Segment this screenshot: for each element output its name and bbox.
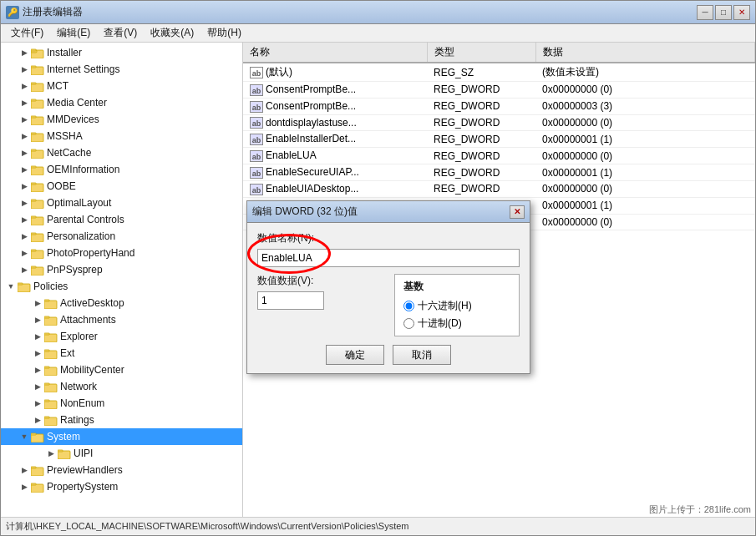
value-name: ConsentPromptBe...	[266, 100, 356, 112]
tree-item-previewhandlers[interactable]: ▶ PreviewHandlers	[1, 462, 242, 478]
tree-item-system[interactable]: ▼ System	[1, 428, 242, 445]
tree-panel[interactable]: ▶ Installer ▶ Internet Settings ▶	[1, 43, 243, 517]
menu-favorites[interactable]: 收藏夹(A)	[144, 24, 200, 42]
col-header-type[interactable]: 类型	[427, 43, 535, 63]
radio-hex-input[interactable]	[403, 301, 414, 311]
table-row[interactable]: abConsentPromptBe...REG_DWORD0x00000000 …	[243, 82, 755, 99]
tree-item-activedesktop[interactable]: ▶ ActiveDesktop	[1, 295, 242, 311]
value-name: EnableUIADesktop...	[266, 183, 358, 195]
menu-edit[interactable]: 编辑(E)	[50, 24, 97, 42]
tree-item-mssha[interactable]: ▶ MSSHA	[1, 128, 242, 144]
dword-icon: ab	[250, 134, 263, 145]
tree-item-nonenum[interactable]: ▶ NonEnum	[1, 395, 242, 412]
expand-icon: ▼	[4, 280, 18, 293]
tree-item-mct[interactable]: ▶ MCT	[1, 78, 242, 94]
col-header-data[interactable]: 数据	[535, 43, 755, 63]
close-button[interactable]: ✕	[733, 5, 750, 20]
svg-rect-53	[31, 484, 43, 493]
svg-rect-20	[31, 200, 36, 201]
tree-item-installer[interactable]: ▶ Installer	[1, 44, 242, 61]
folder-icon	[31, 148, 44, 159]
tree-label: Internet Settings	[47, 63, 119, 75]
expand-icon: ▶	[18, 480, 31, 493]
svg-rect-9	[31, 117, 43, 125]
table-row[interactable]: ab(默认)REG_SZ(数值未设置)	[243, 63, 755, 82]
dialog-name-input[interactable]	[257, 249, 520, 267]
menu-file[interactable]: 文件(F)	[4, 24, 50, 42]
maximize-button[interactable]: □	[715, 5, 732, 20]
dword-icon: ab	[250, 167, 263, 179]
tree-item-parental-controls[interactable]: ▶ Parental Controls	[1, 211, 242, 228]
table-row[interactable]: abEnableLUAREG_DWORD0x00000000 (0)	[243, 148, 755, 164]
minimize-button[interactable]: ─	[697, 5, 713, 20]
cell-data: 0x00000000 (0)	[535, 180, 755, 197]
tree-item-ext[interactable]: ▶ Ext	[1, 345, 242, 362]
folder-icon-open	[31, 432, 44, 442]
radio-dec-label: 十进制(D)	[418, 316, 462, 331]
table-row[interactable]: abConsentPromptBe...REG_DWORD0x00000003 …	[243, 98, 755, 114]
tree-item-optimallayout[interactable]: ▶ OptimalLayout	[1, 195, 242, 211]
svg-rect-14	[31, 149, 36, 151]
radio-hex[interactable]: 十六进制(H)	[403, 299, 510, 313]
col-header-name[interactable]: 名称	[243, 43, 427, 63]
expand-icon: ▶	[18, 196, 31, 210]
expand-icon: ▶	[18, 79, 31, 93]
tree-item-oeминformation[interactable]: ▶ OEMInformation	[1, 161, 242, 178]
svg-rect-21	[31, 217, 43, 225]
radio-dec[interactable]: 十进制(D)	[403, 316, 510, 331]
value-name: EnableInstallerDet...	[266, 133, 356, 144]
svg-rect-46	[44, 417, 49, 418]
tree-item-personalization[interactable]: ▶ Personalization	[1, 228, 242, 245]
tree-label: NonEnum	[60, 397, 104, 409]
tree-item-media-center[interactable]: ▶ Media Center	[1, 94, 242, 111]
dword-icon: ab	[250, 101, 263, 113]
tree-item-propertysystem[interactable]: ▶ PropertySystem	[1, 478, 242, 495]
value-name: (默认)	[266, 66, 292, 78]
dialog-base-title: 基数	[403, 280, 510, 294]
svg-rect-54	[31, 483, 36, 485]
tree-label: UIPI	[74, 448, 93, 459]
tree-item-network[interactable]: ▶ Network	[1, 378, 242, 395]
status-bar: 计算机\HKEY_LOCAL_MACHINE\SOFTWARE\Microsof…	[1, 517, 755, 535]
cancel-button[interactable]: 取消	[393, 345, 451, 365]
cell-data: 0x00000001 (1)	[535, 164, 755, 181]
cell-type: REG_DWORD	[427, 131, 535, 148]
svg-rect-48	[31, 433, 36, 435]
tree-item-oobe[interactable]: ▶ OOBE	[1, 178, 242, 195]
tree-item-mobilitycenter[interactable]: ▶ MobilityCenter	[1, 362, 242, 378]
table-row[interactable]: abEnableInstallerDet...REG_DWORD0x000000…	[243, 131, 755, 148]
radio-dec-input[interactable]	[403, 318, 414, 329]
tree-item-ratings[interactable]: ▶ Ratings	[1, 412, 242, 428]
tree-item-uipi[interactable]: ▶ UIPI	[1, 445, 242, 462]
table-row[interactable]: abEnableUIADesktop...REG_DWORD0x00000000…	[243, 180, 755, 197]
ok-button[interactable]: 确定	[326, 345, 384, 365]
dialog-close-button[interactable]: ✕	[510, 205, 525, 219]
tree-item-explorer[interactable]: ▶ Explorer	[1, 328, 242, 345]
tree-label: Network	[60, 381, 97, 392]
table-row[interactable]: abEnableSecureUIAP...REG_DWORD0x00000001…	[243, 164, 755, 181]
tree-item-internet-settings[interactable]: ▶ Internet Settings	[1, 61, 242, 78]
tree-item-pnpsysprep[interactable]: ▶ PnPSysprep	[1, 261, 242, 278]
svg-rect-5	[31, 83, 43, 92]
svg-rect-41	[44, 384, 57, 392]
tree-item-policies[interactable]: ▼ Policies	[1, 278, 242, 295]
dword-dialog[interactable]: 编辑 DWORD (32 位)值 ✕ 数值名称(N): 数值数据(V): 基数 …	[246, 200, 530, 374]
svg-rect-24	[31, 233, 36, 235]
tree-label: PnPSysprep	[47, 264, 103, 276]
svg-rect-11	[31, 134, 43, 142]
expand-icon: ▶	[31, 346, 44, 360]
table-row[interactable]: abdontdisplaylastuse...REG_DWORD0x000000…	[243, 114, 755, 131]
menu-view[interactable]: 查看(V)	[97, 24, 144, 42]
cell-name: abEnableLUA	[243, 148, 427, 164]
tree-item-attachments[interactable]: ▶ Attachments	[1, 311, 242, 328]
menu-help[interactable]: 帮助(H)	[200, 24, 248, 42]
dialog-data-input[interactable]	[257, 291, 324, 310]
cell-type: REG_DWORD	[427, 164, 535, 181]
tree-item-mmdevices[interactable]: ▶ MMDevices	[1, 111, 242, 128]
dword-icon: ab	[250, 84, 263, 96]
svg-rect-38	[44, 350, 49, 351]
folder-icon	[44, 348, 58, 359]
tree-item-photopropertyhand[interactable]: ▶ PhotoPropertyHand	[1, 245, 242, 261]
tree-label: MobilityCenter	[60, 364, 124, 376]
tree-item-netcache[interactable]: ▶ NetCache	[1, 144, 242, 161]
